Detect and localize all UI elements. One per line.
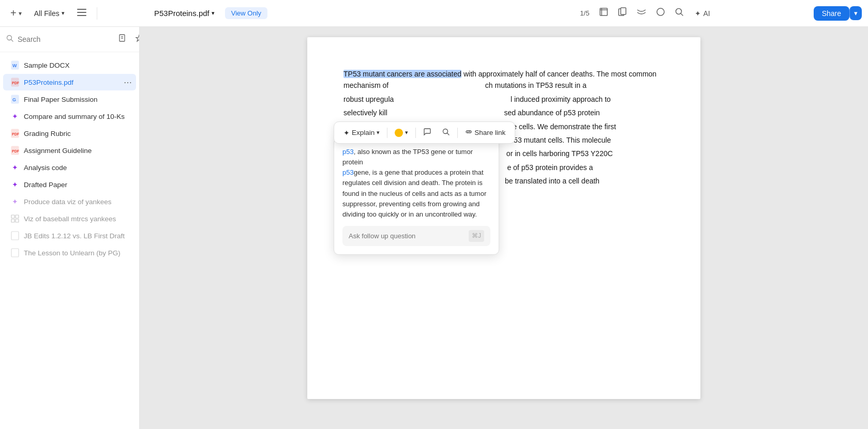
top-bar-tools: 1/5 ✦ AI bbox=[482, 5, 809, 22]
follow-up-input-row: ⌘J bbox=[342, 226, 490, 246]
definition-popup: p53, also known as the TP53 gene or tumo… bbox=[334, 138, 499, 255]
svg-rect-0 bbox=[77, 9, 86, 10]
gene-link-1[interactable]: p53 bbox=[342, 148, 354, 156]
share-link-label: Share link bbox=[474, 129, 505, 136]
pdf-icon: PDF bbox=[10, 146, 20, 155]
share-chevron-icon: ▾ bbox=[854, 9, 858, 17]
search-tool-button[interactable] bbox=[671, 5, 687, 22]
all-files-label: All Files bbox=[34, 9, 59, 18]
sidebar-item-sample-docx[interactable]: W Sample DOCX bbox=[3, 57, 136, 73]
new-file-button[interactable] bbox=[115, 32, 130, 47]
svg-line-33 bbox=[447, 133, 450, 135]
add-chevron-icon: ▾ bbox=[19, 10, 22, 17]
sidebar-item-label: Analysis code bbox=[24, 164, 129, 172]
doc-gray-icon bbox=[10, 231, 20, 240]
sidebar-item-final-paper[interactable]: G Final Paper Submission bbox=[3, 91, 136, 108]
sparkle-icon: ✦ bbox=[10, 163, 20, 172]
sidebar-item-lesson-to-unlearn[interactable]: The Lesson to Unlearn (by PG) bbox=[3, 244, 136, 261]
doc-gray-icon bbox=[10, 248, 20, 257]
sidebar-item-produce-data-viz[interactable]: ✦ Produce data viz of yankees bbox=[3, 193, 136, 210]
share-chevron-button[interactable]: ▾ bbox=[849, 6, 862, 20]
sidebar-item-assignment-guideline[interactable]: PDF Assignment Guideline bbox=[3, 142, 136, 159]
pdf-paragraph-2: robust upregula l induced proximity appr… bbox=[343, 94, 664, 105]
sidebar-item-drafted-paper[interactable]: ✦ Drafted Paper bbox=[3, 176, 136, 193]
topbar-divider bbox=[97, 7, 97, 20]
follow-up-shortcut: ⌘J bbox=[469, 230, 484, 242]
sidebar-item-analysis-code[interactable]: ✦ Analysis code bbox=[3, 159, 136, 176]
color-picker-button[interactable]: ▾ bbox=[391, 126, 412, 140]
docx-icon: W bbox=[10, 60, 20, 70]
color-chevron-icon: ▾ bbox=[405, 129, 408, 136]
add-button[interactable]: + ▾ bbox=[6, 5, 26, 21]
svg-text:PDF: PDF bbox=[12, 149, 19, 153]
color-dot bbox=[395, 129, 403, 137]
multi-page-tool-button[interactable] bbox=[614, 5, 631, 22]
crop-tool-button[interactable] bbox=[595, 5, 612, 22]
definition-text-2: gene, is a gene that produces a protein … bbox=[342, 168, 486, 218]
content-area: TP53 mutant cancers are associated with … bbox=[140, 27, 868, 429]
sidebar-item-label: JB Edits 1.2.12 vs. LB First Draft bbox=[24, 232, 129, 240]
doc-icon: G bbox=[10, 95, 20, 104]
page-count: 1/5 bbox=[576, 9, 593, 17]
sidebar-item-label: The Lesson to Unlearn (by PG) bbox=[24, 249, 129, 257]
comment-icon bbox=[423, 128, 431, 137]
comment-tool-button[interactable] bbox=[652, 5, 669, 22]
sidebar-item-label: P53Proteins.pdf bbox=[24, 79, 129, 86]
sidebar-actions bbox=[112, 32, 140, 47]
sparkle-icon: ✦ bbox=[695, 9, 701, 18]
svg-rect-7 bbox=[621, 8, 626, 14]
sidebar-item-label: Assignment Guideline bbox=[24, 147, 129, 155]
svg-rect-2 bbox=[77, 15, 86, 16]
grid-icon bbox=[10, 214, 20, 223]
more-options-icon[interactable]: ⋯ bbox=[124, 78, 132, 87]
file-name-chevron-icon: ▾ bbox=[212, 10, 215, 17]
sidebar-item-label: Drafted Paper bbox=[24, 181, 129, 189]
sidebar-item-label: Viz of baseball mtrcs yankees bbox=[24, 215, 129, 223]
top-bar-left: + ▾ All Files ▾ bbox=[6, 5, 146, 21]
sidebar-item-grading-rubric[interactable]: PDF Grading Rubric bbox=[3, 125, 136, 142]
svg-point-8 bbox=[657, 8, 664, 16]
sidebar-item-label: Compare and summary of 10-Ks bbox=[24, 113, 129, 120]
sidebar-item-jb-edits[interactable]: JB Edits 1.2.12 vs. LB First Draft bbox=[3, 227, 136, 244]
sidebar-item-label: Sample DOCX bbox=[24, 62, 129, 69]
all-files-button[interactable]: All Files ▾ bbox=[30, 7, 69, 20]
svg-rect-29 bbox=[16, 219, 19, 222]
definition-text-1: , also known as the TP53 gene or tumor p… bbox=[342, 148, 473, 166]
search-button[interactable] bbox=[438, 125, 454, 140]
svg-line-10 bbox=[681, 13, 683, 16]
studio-icon bbox=[135, 35, 140, 44]
share-link-button[interactable]: Share link bbox=[461, 126, 510, 140]
svg-rect-28 bbox=[11, 219, 14, 222]
multi-page-icon bbox=[618, 7, 627, 19]
sparkle-icon: ✦ bbox=[10, 197, 20, 206]
sparkle-icon: ✦ bbox=[343, 129, 350, 137]
top-bar: + ▾ All Files ▾ P53Proteins.pdf ▾ View O… bbox=[0, 0, 868, 27]
sidebar-item-compare-summary[interactable]: ✦ Compare and summary of 10-Ks bbox=[3, 108, 136, 125]
ai-button[interactable]: ✦ AI bbox=[690, 7, 715, 20]
plus-icon: + bbox=[10, 7, 17, 19]
sidebar-item-viz-baseball[interactable]: Viz of baseball mtrcs yankees bbox=[3, 210, 136, 227]
explain-button[interactable]: ✦ Explain ▾ bbox=[339, 126, 384, 140]
ai-label: AI bbox=[703, 9, 710, 18]
search-input[interactable] bbox=[18, 35, 108, 43]
reading-mode-button[interactable] bbox=[633, 5, 650, 21]
follow-up-input[interactable] bbox=[349, 232, 469, 240]
new-file-icon bbox=[118, 35, 127, 44]
comment-icon bbox=[656, 7, 665, 19]
svg-text:PDF: PDF bbox=[12, 132, 19, 136]
file-name-button[interactable]: P53Proteins.pdf ▾ bbox=[150, 7, 219, 20]
sidebar-item-label: Grading Rubric bbox=[24, 130, 129, 137]
sidebar-item-label: Produce data viz of yankees bbox=[24, 198, 129, 206]
sidebar-toggle-button[interactable] bbox=[73, 7, 91, 20]
comment-button[interactable] bbox=[419, 125, 436, 140]
share-button[interactable]: Share bbox=[814, 6, 849, 21]
view-only-badge: View Only bbox=[225, 7, 267, 19]
explain-chevron-icon: ▾ bbox=[377, 129, 380, 136]
sidebar-item-label: Final Paper Submission bbox=[24, 96, 129, 103]
studio-button[interactable] bbox=[132, 32, 140, 47]
sidebar-item-p53proteins[interactable]: PDF P53Proteins.pdf ⋯ bbox=[3, 74, 136, 90]
pdf-icon: PDF bbox=[10, 129, 20, 138]
svg-text:W: W bbox=[12, 63, 17, 68]
reading-mode-icon bbox=[636, 8, 647, 19]
gene-link-2[interactable]: p53 bbox=[342, 168, 354, 176]
